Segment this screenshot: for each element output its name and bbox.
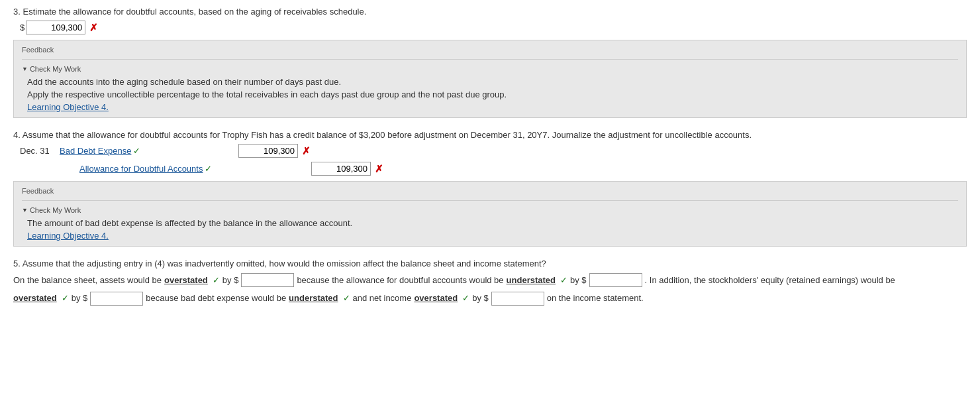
q5-mid: because the allowance for doubtful accou… [297,272,503,288]
q3-feedback-label: Feedback [22,46,958,54]
journal-debit-1: ✗ [238,144,311,158]
q5-input-1[interactable] [241,273,294,287]
q5-input-4[interactable] [491,292,544,306]
q5-overstated-2: overstated [13,290,57,306]
q3-number: 3. [13,7,21,17]
q5-check2: ✓ [560,272,567,288]
q5-number: 5. [13,259,21,268]
question-4: 4. Assume that the allowance for doubtfu… [13,130,967,247]
allowance-input[interactable] [311,162,371,176]
journal-account-1: Bad Debt Expense ✓ [60,146,232,156]
q5-check4: ✓ [343,290,350,306]
journal-row-1: Dec. 31 Bad Debt Expense ✓ ✗ [20,144,967,158]
journal-date: Dec. 31 [20,146,60,156]
q3-input[interactable] [26,21,85,34]
allowance-check: ✓ [205,164,212,174]
q5-understated-2: understated [289,290,338,306]
q5-mid2: because bad debt expense would be [146,290,286,306]
q4-feedback-box: Feedback Check My Work The amount of bad… [13,181,967,247]
q4-divider [22,200,958,201]
q5-overstated-3: overstated [414,290,458,306]
q5-understated-1: understated [507,272,556,288]
q3-learning-obj[interactable]: Learning Objective 4. [27,102,958,112]
q4-text: Assume that the allowance for doubtful a… [23,130,752,140]
q4-number: 4. [13,130,21,140]
q5-post: . In addition, the stockholders' equity … [645,272,895,288]
bad-debt-expense-x: ✗ [302,145,311,157]
q5-row1-pre: On the balance sheet, assets would be [13,272,162,288]
bad-debt-expense-check: ✓ [133,146,140,156]
bad-debt-expense-label: Bad Debt Expense [60,146,131,156]
q5-post2: on the income statement. [547,290,644,306]
q5-by1: by $ [222,272,239,288]
q5-input-2[interactable] [589,273,642,287]
journal-credit-2: ✗ [311,162,383,176]
q5-overstated-1: overstated [164,272,208,288]
q3-text: Estimate the allowance for doubtful acco… [23,7,366,17]
question-5: 5. Assume that the adjusting entry in (4… [13,259,967,306]
bad-debt-expense-input[interactable] [238,144,298,158]
q5-row1: On the balance sheet, assets would be ov… [13,272,967,288]
q5-text: Assume that the adjusting entry in (4) w… [23,259,546,268]
q4-check-my-work[interactable]: Check My Work [22,206,958,214]
allowance-label: Allowance for Doubtful Accounts [79,164,203,174]
q3-check-my-work[interactable]: Check My Work [22,65,958,73]
question-3: 3. Estimate the allowance for doubtful a… [13,7,967,118]
q3-feedback-line2: Apply the respective uncollectible perce… [27,89,958,99]
q5-input-3[interactable] [90,292,143,306]
q5-check5: ✓ [462,290,469,306]
q4-feedback-line1: The amount of bad debt expense is affect… [27,218,958,228]
q4-title: 4. Assume that the allowance for doubtfu… [13,130,967,140]
allowance-x: ✗ [375,163,383,175]
journal-table: Dec. 31 Bad Debt Expense ✓ ✗ Allowance f… [20,144,967,176]
q5-check3: ✓ [62,290,69,306]
q3-feedback-box: Feedback Check My Work Add the accounts … [13,40,967,118]
journal-row-2: Allowance for Doubtful Accounts ✓ ✗ [20,162,967,176]
q3-divider [22,59,958,60]
q3-answer-row: $ ✗ [20,21,967,34]
q3-title: 3. Estimate the allowance for doubtful a… [13,7,967,17]
q3-dollar: $ [20,23,24,32]
q4-feedback-label: Feedback [22,187,958,195]
q3-feedback-line1: Add the accounts into the aging schedule… [27,77,958,87]
journal-account-2: Allowance for Doubtful Accounts ✓ [60,164,232,174]
q4-learning-obj[interactable]: Learning Objective 4. [27,231,958,241]
q5-by3: by $ [72,290,88,306]
q5-title: 5. Assume that the adjusting entry in (4… [13,259,967,268]
q5-and: and net income [353,290,412,306]
q3-incorrect-icon: ✗ [89,22,98,34]
q5-row2: overstated ✓ by $ because bad debt expen… [13,290,967,306]
q5-by2: by $ [570,272,587,288]
q5-by5: by $ [472,290,489,306]
q5-check1: ✓ [213,272,220,288]
